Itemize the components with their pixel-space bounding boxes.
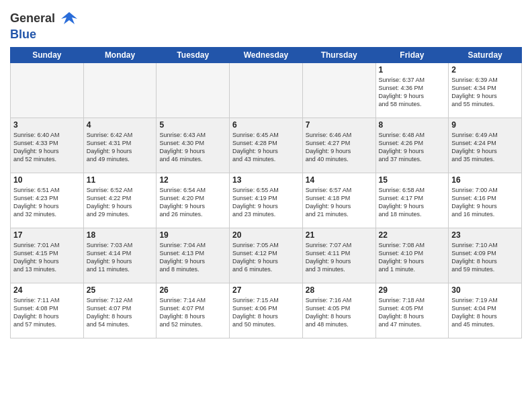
week-row-5: 24Sunrise: 7:11 AM Sunset: 4:08 PM Dayli…	[11, 283, 522, 338]
cell-info: Sunrise: 7:15 AM Sunset: 4:06 PM Dayligh…	[232, 296, 300, 329]
cal-cell-28: 28Sunrise: 7:16 AM Sunset: 4:05 PM Dayli…	[302, 283, 375, 338]
cell-info: Sunrise: 6:57 AM Sunset: 4:18 PM Dayligh…	[306, 186, 373, 219]
day-number: 21	[306, 230, 373, 240]
cal-cell-17: 17Sunrise: 7:01 AM Sunset: 4:15 PM Dayli…	[11, 228, 84, 283]
cal-cell-empty-2	[157, 62, 230, 118]
day-number: 22	[379, 230, 446, 240]
cal-cell-12: 12Sunrise: 6:54 AM Sunset: 4:20 PM Dayli…	[157, 173, 230, 228]
cell-info: Sunrise: 6:46 AM Sunset: 4:27 PM Dayligh…	[306, 131, 373, 164]
cell-info: Sunrise: 6:37 AM Sunset: 4:36 PM Dayligh…	[379, 76, 446, 109]
day-number: 24	[13, 285, 81, 295]
cell-info: Sunrise: 6:55 AM Sunset: 4:19 PM Dayligh…	[232, 186, 300, 219]
day-number: 2	[451, 65, 519, 75]
day-number: 12	[159, 175, 226, 185]
day-number: 7	[306, 120, 373, 130]
calendar-container: General Blue SundayMondayTuesdayWednesda…	[0, 0, 532, 411]
day-number: 19	[159, 230, 226, 240]
cell-info: Sunrise: 6:51 AM Sunset: 4:23 PM Dayligh…	[13, 186, 81, 219]
cal-cell-8: 8Sunrise: 6:48 AM Sunset: 4:26 PM Daylig…	[375, 118, 449, 173]
cal-cell-30: 30Sunrise: 7:19 AM Sunset: 4:04 PM Dayli…	[449, 283, 522, 338]
cell-info: Sunrise: 6:54 AM Sunset: 4:20 PM Dayligh…	[159, 186, 226, 219]
cal-cell-empty-4	[302, 62, 375, 118]
cal-cell-16: 16Sunrise: 7:00 AM Sunset: 4:16 PM Dayli…	[449, 173, 522, 228]
week-row-3: 10Sunrise: 6:51 AM Sunset: 4:23 PM Dayli…	[11, 173, 522, 228]
day-number: 10	[13, 175, 81, 185]
day-header-tuesday: Tuesday	[157, 47, 230, 62]
logo: General Blue	[10, 9, 79, 42]
day-header-wednesday: Wednesday	[230, 47, 303, 62]
cal-cell-empty-0	[11, 62, 84, 118]
day-number: 6	[232, 120, 300, 130]
cal-cell-11: 11Sunrise: 6:52 AM Sunset: 4:22 PM Dayli…	[83, 173, 157, 228]
logo-blue: Blue	[10, 28, 79, 42]
cal-cell-2: 2Sunrise: 6:39 AM Sunset: 4:34 PM Daylig…	[449, 62, 522, 118]
cell-info: Sunrise: 7:00 AM Sunset: 4:16 PM Dayligh…	[451, 186, 519, 219]
cal-cell-7: 7Sunrise: 6:46 AM Sunset: 4:27 PM Daylig…	[302, 118, 375, 173]
cell-info: Sunrise: 6:58 AM Sunset: 4:17 PM Dayligh…	[379, 186, 446, 219]
cal-cell-19: 19Sunrise: 7:04 AM Sunset: 4:13 PM Dayli…	[157, 228, 230, 283]
cell-info: Sunrise: 7:16 AM Sunset: 4:05 PM Dayligh…	[306, 296, 373, 329]
logo-bird-icon	[60, 9, 79, 28]
day-header-sunday: Sunday	[11, 47, 84, 62]
day-number: 30	[451, 285, 519, 295]
day-number: 5	[159, 120, 226, 130]
cal-cell-10: 10Sunrise: 6:51 AM Sunset: 4:23 PM Dayli…	[11, 173, 84, 228]
cal-cell-14: 14Sunrise: 6:57 AM Sunset: 4:18 PM Dayli…	[302, 173, 375, 228]
cell-info: Sunrise: 6:43 AM Sunset: 4:30 PM Dayligh…	[159, 131, 226, 164]
day-header-monday: Monday	[83, 47, 157, 62]
cal-cell-4: 4Sunrise: 6:42 AM Sunset: 4:31 PM Daylig…	[83, 118, 157, 173]
cell-info: Sunrise: 6:40 AM Sunset: 4:33 PM Dayligh…	[13, 131, 81, 164]
cal-cell-6: 6Sunrise: 6:45 AM Sunset: 4:28 PM Daylig…	[230, 118, 303, 173]
logo-general: General	[10, 11, 55, 25]
cal-cell-1: 1Sunrise: 6:37 AM Sunset: 4:36 PM Daylig…	[375, 62, 449, 118]
day-number: 16	[451, 175, 519, 185]
cal-cell-13: 13Sunrise: 6:55 AM Sunset: 4:19 PM Dayli…	[230, 173, 303, 228]
cal-cell-24: 24Sunrise: 7:11 AM Sunset: 4:08 PM Dayli…	[11, 283, 84, 338]
day-number: 20	[232, 230, 300, 240]
cell-info: Sunrise: 6:48 AM Sunset: 4:26 PM Dayligh…	[379, 131, 446, 164]
day-header-friday: Friday	[375, 47, 449, 62]
day-number: 14	[306, 175, 373, 185]
cell-info: Sunrise: 7:14 AM Sunset: 4:07 PM Dayligh…	[159, 296, 226, 329]
svg-marker-0	[61, 12, 77, 24]
day-header-saturday: Saturday	[449, 47, 522, 62]
cal-cell-25: 25Sunrise: 7:12 AM Sunset: 4:07 PM Dayli…	[83, 283, 157, 338]
day-number: 3	[13, 120, 81, 130]
day-number: 1	[379, 65, 446, 75]
day-number: 8	[379, 120, 446, 130]
cell-info: Sunrise: 7:03 AM Sunset: 4:14 PM Dayligh…	[87, 241, 154, 274]
day-number: 9	[451, 120, 519, 130]
cal-cell-3: 3Sunrise: 6:40 AM Sunset: 4:33 PM Daylig…	[11, 118, 84, 173]
cal-cell-29: 29Sunrise: 7:18 AM Sunset: 4:05 PM Dayli…	[375, 283, 449, 338]
cell-info: Sunrise: 6:52 AM Sunset: 4:22 PM Dayligh…	[87, 186, 154, 219]
cal-cell-23: 23Sunrise: 7:10 AM Sunset: 4:09 PM Dayli…	[449, 228, 522, 283]
cal-cell-18: 18Sunrise: 7:03 AM Sunset: 4:14 PM Dayli…	[83, 228, 157, 283]
cell-info: Sunrise: 7:11 AM Sunset: 4:08 PM Dayligh…	[13, 296, 81, 329]
cell-info: Sunrise: 7:18 AM Sunset: 4:05 PM Dayligh…	[379, 296, 446, 329]
cal-cell-27: 27Sunrise: 7:15 AM Sunset: 4:06 PM Dayli…	[230, 283, 303, 338]
day-number: 15	[379, 175, 446, 185]
header: General Blue	[10, 7, 522, 42]
cell-info: Sunrise: 7:04 AM Sunset: 4:13 PM Dayligh…	[159, 241, 226, 274]
cell-info: Sunrise: 6:42 AM Sunset: 4:31 PM Dayligh…	[87, 131, 154, 164]
cal-cell-5: 5Sunrise: 6:43 AM Sunset: 4:30 PM Daylig…	[157, 118, 230, 173]
cal-cell-empty-3	[230, 62, 303, 118]
day-number: 29	[379, 285, 446, 295]
week-row-1: 1Sunrise: 6:37 AM Sunset: 4:36 PM Daylig…	[11, 62, 522, 118]
calendar-table: SundayMondayTuesdayWednesdayThursdayFrid…	[10, 47, 522, 338]
day-number: 26	[159, 285, 226, 295]
cal-cell-9: 9Sunrise: 6:49 AM Sunset: 4:24 PM Daylig…	[449, 118, 522, 173]
cal-cell-15: 15Sunrise: 6:58 AM Sunset: 4:17 PM Dayli…	[375, 173, 449, 228]
day-number: 11	[87, 175, 154, 185]
day-number: 17	[13, 230, 81, 240]
cell-info: Sunrise: 6:49 AM Sunset: 4:24 PM Dayligh…	[451, 131, 519, 164]
cell-info: Sunrise: 7:12 AM Sunset: 4:07 PM Dayligh…	[87, 296, 154, 329]
day-number: 13	[232, 175, 300, 185]
cell-info: Sunrise: 7:08 AM Sunset: 4:10 PM Dayligh…	[379, 241, 446, 274]
day-number: 4	[87, 120, 154, 130]
week-row-2: 3Sunrise: 6:40 AM Sunset: 4:33 PM Daylig…	[11, 118, 522, 173]
cell-info: Sunrise: 6:39 AM Sunset: 4:34 PM Dayligh…	[451, 76, 519, 109]
cell-info: Sunrise: 7:05 AM Sunset: 4:12 PM Dayligh…	[232, 241, 300, 274]
cell-info: Sunrise: 7:01 AM Sunset: 4:15 PM Dayligh…	[13, 241, 81, 274]
cell-info: Sunrise: 7:19 AM Sunset: 4:04 PM Dayligh…	[451, 296, 519, 329]
